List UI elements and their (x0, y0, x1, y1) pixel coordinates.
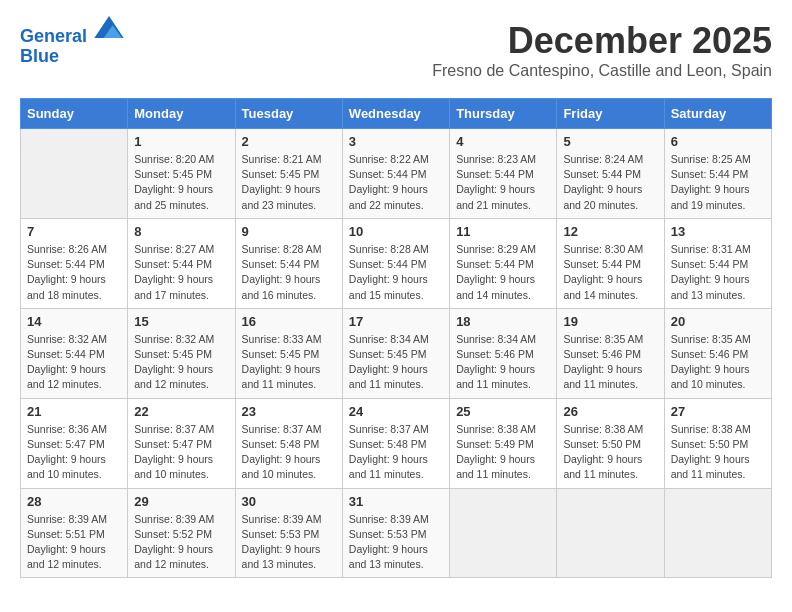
calendar-cell: 18Sunrise: 8:34 AM Sunset: 5:46 PM Dayli… (450, 308, 557, 398)
day-info: Sunrise: 8:22 AM Sunset: 5:44 PM Dayligh… (349, 152, 443, 213)
calendar-cell: 5Sunrise: 8:24 AM Sunset: 5:44 PM Daylig… (557, 129, 664, 219)
day-number: 9 (242, 224, 336, 239)
subtitle: Fresno de Cantespino, Castille and Leon,… (432, 62, 772, 80)
day-info: Sunrise: 8:37 AM Sunset: 5:48 PM Dayligh… (242, 422, 336, 483)
day-number: 27 (671, 404, 765, 419)
day-number: 20 (671, 314, 765, 329)
day-info: Sunrise: 8:24 AM Sunset: 5:44 PM Dayligh… (563, 152, 657, 213)
day-number: 25 (456, 404, 550, 419)
calendar-cell (450, 488, 557, 578)
month-title: December 2025 (432, 20, 772, 62)
calendar-cell: 31Sunrise: 8:39 AM Sunset: 5:53 PM Dayli… (342, 488, 449, 578)
day-info: Sunrise: 8:31 AM Sunset: 5:44 PM Dayligh… (671, 242, 765, 303)
day-info: Sunrise: 8:39 AM Sunset: 5:52 PM Dayligh… (134, 512, 228, 573)
day-number: 22 (134, 404, 228, 419)
day-number: 28 (27, 494, 121, 509)
col-saturday: Saturday (664, 99, 771, 129)
calendar-cell: 7Sunrise: 8:26 AM Sunset: 5:44 PM Daylig… (21, 218, 128, 308)
day-number: 13 (671, 224, 765, 239)
calendar-cell: 17Sunrise: 8:34 AM Sunset: 5:45 PM Dayli… (342, 308, 449, 398)
day-info: Sunrise: 8:20 AM Sunset: 5:45 PM Dayligh… (134, 152, 228, 213)
calendar-cell: 26Sunrise: 8:38 AM Sunset: 5:50 PM Dayli… (557, 398, 664, 488)
day-info: Sunrise: 8:35 AM Sunset: 5:46 PM Dayligh… (563, 332, 657, 393)
day-info: Sunrise: 8:32 AM Sunset: 5:44 PM Dayligh… (27, 332, 121, 393)
day-info: Sunrise: 8:35 AM Sunset: 5:46 PM Dayligh… (671, 332, 765, 393)
day-info: Sunrise: 8:29 AM Sunset: 5:44 PM Dayligh… (456, 242, 550, 303)
calendar-cell: 9Sunrise: 8:28 AM Sunset: 5:44 PM Daylig… (235, 218, 342, 308)
top-bar: General Blue December 2025 Fresno de Can… (20, 20, 772, 96)
day-number: 5 (563, 134, 657, 149)
day-info: Sunrise: 8:28 AM Sunset: 5:44 PM Dayligh… (349, 242, 443, 303)
day-number: 26 (563, 404, 657, 419)
calendar-week-row: 7Sunrise: 8:26 AM Sunset: 5:44 PM Daylig… (21, 218, 772, 308)
calendar-cell: 13Sunrise: 8:31 AM Sunset: 5:44 PM Dayli… (664, 218, 771, 308)
logo: General Blue (20, 20, 124, 67)
calendar-cell: 10Sunrise: 8:28 AM Sunset: 5:44 PM Dayli… (342, 218, 449, 308)
day-info: Sunrise: 8:38 AM Sunset: 5:49 PM Dayligh… (456, 422, 550, 483)
calendar-cell: 28Sunrise: 8:39 AM Sunset: 5:51 PM Dayli… (21, 488, 128, 578)
calendar-cell: 22Sunrise: 8:37 AM Sunset: 5:47 PM Dayli… (128, 398, 235, 488)
calendar-cell: 6Sunrise: 8:25 AM Sunset: 5:44 PM Daylig… (664, 129, 771, 219)
day-info: Sunrise: 8:37 AM Sunset: 5:48 PM Dayligh… (349, 422, 443, 483)
col-wednesday: Wednesday (342, 99, 449, 129)
col-tuesday: Tuesday (235, 99, 342, 129)
logo-text: General Blue (20, 20, 124, 67)
day-number: 7 (27, 224, 121, 239)
logo-general: General (20, 26, 87, 46)
day-info: Sunrise: 8:33 AM Sunset: 5:45 PM Dayligh… (242, 332, 336, 393)
calendar-header-row: Sunday Monday Tuesday Wednesday Thursday… (21, 99, 772, 129)
col-thursday: Thursday (450, 99, 557, 129)
day-number: 31 (349, 494, 443, 509)
day-number: 24 (349, 404, 443, 419)
calendar-cell: 30Sunrise: 8:39 AM Sunset: 5:53 PM Dayli… (235, 488, 342, 578)
day-info: Sunrise: 8:28 AM Sunset: 5:44 PM Dayligh… (242, 242, 336, 303)
day-number: 8 (134, 224, 228, 239)
day-number: 29 (134, 494, 228, 509)
calendar-cell: 19Sunrise: 8:35 AM Sunset: 5:46 PM Dayli… (557, 308, 664, 398)
calendar-week-row: 1Sunrise: 8:20 AM Sunset: 5:45 PM Daylig… (21, 129, 772, 219)
day-number: 15 (134, 314, 228, 329)
day-number: 17 (349, 314, 443, 329)
day-number: 14 (27, 314, 121, 329)
day-info: Sunrise: 8:39 AM Sunset: 5:51 PM Dayligh… (27, 512, 121, 573)
calendar-cell: 11Sunrise: 8:29 AM Sunset: 5:44 PM Dayli… (450, 218, 557, 308)
calendar-cell: 4Sunrise: 8:23 AM Sunset: 5:44 PM Daylig… (450, 129, 557, 219)
day-info: Sunrise: 8:34 AM Sunset: 5:46 PM Dayligh… (456, 332, 550, 393)
calendar-cell: 25Sunrise: 8:38 AM Sunset: 5:49 PM Dayli… (450, 398, 557, 488)
calendar-cell: 24Sunrise: 8:37 AM Sunset: 5:48 PM Dayli… (342, 398, 449, 488)
day-info: Sunrise: 8:39 AM Sunset: 5:53 PM Dayligh… (242, 512, 336, 573)
day-number: 6 (671, 134, 765, 149)
day-info: Sunrise: 8:21 AM Sunset: 5:45 PM Dayligh… (242, 152, 336, 213)
day-number: 2 (242, 134, 336, 149)
calendar-cell: 20Sunrise: 8:35 AM Sunset: 5:46 PM Dayli… (664, 308, 771, 398)
calendar-week-row: 14Sunrise: 8:32 AM Sunset: 5:44 PM Dayli… (21, 308, 772, 398)
day-number: 23 (242, 404, 336, 419)
day-number: 4 (456, 134, 550, 149)
calendar-cell: 12Sunrise: 8:30 AM Sunset: 5:44 PM Dayli… (557, 218, 664, 308)
logo-icon (94, 16, 124, 38)
day-info: Sunrise: 8:38 AM Sunset: 5:50 PM Dayligh… (563, 422, 657, 483)
calendar-cell: 29Sunrise: 8:39 AM Sunset: 5:52 PM Dayli… (128, 488, 235, 578)
day-info: Sunrise: 8:32 AM Sunset: 5:45 PM Dayligh… (134, 332, 228, 393)
calendar-cell: 27Sunrise: 8:38 AM Sunset: 5:50 PM Dayli… (664, 398, 771, 488)
day-info: Sunrise: 8:34 AM Sunset: 5:45 PM Dayligh… (349, 332, 443, 393)
calendar-cell: 14Sunrise: 8:32 AM Sunset: 5:44 PM Dayli… (21, 308, 128, 398)
calendar-cell: 1Sunrise: 8:20 AM Sunset: 5:45 PM Daylig… (128, 129, 235, 219)
day-number: 19 (563, 314, 657, 329)
day-info: Sunrise: 8:38 AM Sunset: 5:50 PM Dayligh… (671, 422, 765, 483)
day-number: 21 (27, 404, 121, 419)
day-info: Sunrise: 8:25 AM Sunset: 5:44 PM Dayligh… (671, 152, 765, 213)
day-info: Sunrise: 8:37 AM Sunset: 5:47 PM Dayligh… (134, 422, 228, 483)
calendar-cell: 16Sunrise: 8:33 AM Sunset: 5:45 PM Dayli… (235, 308, 342, 398)
calendar-cell: 8Sunrise: 8:27 AM Sunset: 5:44 PM Daylig… (128, 218, 235, 308)
calendar-cell (21, 129, 128, 219)
logo-blue: Blue (20, 46, 59, 66)
calendar-cell (557, 488, 664, 578)
day-number: 3 (349, 134, 443, 149)
day-info: Sunrise: 8:30 AM Sunset: 5:44 PM Dayligh… (563, 242, 657, 303)
day-number: 18 (456, 314, 550, 329)
title-section: December 2025 Fresno de Cantespino, Cast… (432, 20, 772, 92)
day-info: Sunrise: 8:27 AM Sunset: 5:44 PM Dayligh… (134, 242, 228, 303)
col-sunday: Sunday (21, 99, 128, 129)
calendar-cell: 15Sunrise: 8:32 AM Sunset: 5:45 PM Dayli… (128, 308, 235, 398)
